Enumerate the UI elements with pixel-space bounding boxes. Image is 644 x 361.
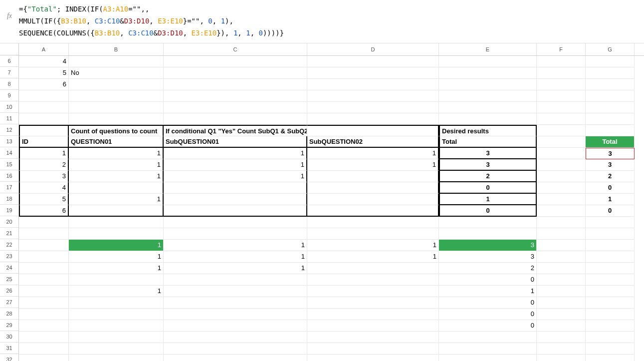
- cell[interactable]: [537, 67, 586, 79]
- cell[interactable]: [307, 263, 439, 274]
- cell[interactable]: [307, 343, 439, 355]
- cell[interactable]: [307, 182, 439, 194]
- cell[interactable]: [19, 286, 69, 297]
- cell[interactable]: [164, 274, 307, 286]
- row-header[interactable]: 15: [0, 159, 18, 170]
- cell[interactable]: 0: [439, 205, 537, 217]
- col-header[interactable]: C: [164, 43, 307, 55]
- cell[interactable]: 4: [19, 56, 69, 67]
- row-header[interactable]: 27: [0, 297, 18, 308]
- cell[interactable]: [586, 251, 635, 263]
- cell[interactable]: [537, 309, 586, 320]
- cell[interactable]: 1: [164, 251, 307, 263]
- cell[interactable]: [586, 286, 635, 297]
- cell[interactable]: [69, 320, 164, 332]
- cell[interactable]: [586, 309, 635, 320]
- cell[interactable]: [586, 228, 635, 240]
- cell[interactable]: [19, 274, 69, 286]
- cell[interactable]: 6: [19, 205, 69, 217]
- cell[interactable]: [537, 136, 586, 148]
- cell[interactable]: [19, 297, 69, 309]
- cell[interactable]: [586, 297, 635, 309]
- spreadsheet-grid[interactable]: 6 7 8 9 10 11 12 13 14 15 16 17 18 19 20…: [0, 43, 644, 361]
- row-header[interactable]: 24: [0, 262, 18, 274]
- cell[interactable]: [69, 274, 164, 286]
- cell[interactable]: [537, 286, 586, 297]
- cell[interactable]: [439, 102, 537, 113]
- cell[interactable]: 3: [439, 251, 537, 263]
- cell[interactable]: [69, 297, 164, 309]
- cell[interactable]: [164, 113, 307, 125]
- cell[interactable]: 1: [439, 194, 537, 205]
- cell[interactable]: [164, 217, 307, 228]
- cell[interactable]: 1: [19, 148, 69, 159]
- cell[interactable]: [69, 343, 164, 355]
- cell[interactable]: 3: [586, 159, 635, 171]
- cell[interactable]: 1: [69, 148, 164, 159]
- cell[interactable]: [69, 113, 164, 125]
- cell[interactable]: [537, 102, 586, 113]
- cell[interactable]: [307, 171, 439, 182]
- cell[interactable]: 0: [586, 182, 635, 194]
- col-header[interactable]: E: [439, 43, 537, 55]
- cell[interactable]: SubQUESTION01: [164, 136, 307, 148]
- cell[interactable]: [307, 309, 439, 320]
- cell[interactable]: 1: [164, 171, 307, 182]
- cell[interactable]: If conditional Q1 "Yes" Count SubQ1 & Su…: [164, 125, 307, 136]
- col-header[interactable]: F: [537, 43, 586, 55]
- cell[interactable]: [439, 228, 537, 240]
- cell[interactable]: [164, 79, 307, 90]
- cell[interactable]: [586, 355, 635, 361]
- cell[interactable]: 1: [307, 240, 439, 251]
- row-header[interactable]: 31: [0, 343, 18, 354]
- cell[interactable]: [19, 343, 69, 355]
- cell[interactable]: [537, 125, 586, 136]
- cell[interactable]: [307, 286, 439, 297]
- cell[interactable]: [164, 332, 307, 343]
- cell[interactable]: [164, 309, 307, 320]
- cell[interactable]: [164, 343, 307, 355]
- row-header[interactable]: 21: [0, 228, 18, 239]
- cell[interactable]: [19, 332, 69, 343]
- row-header[interactable]: 11: [0, 113, 18, 124]
- cell[interactable]: [537, 205, 586, 217]
- row-header[interactable]: 30: [0, 331, 18, 343]
- row-header[interactable]: 19: [0, 205, 18, 216]
- cell[interactable]: 2: [439, 263, 537, 274]
- cell[interactable]: 3: [19, 171, 69, 182]
- cell[interactable]: 1: [69, 159, 164, 171]
- cell[interactable]: SubQUESTION02: [307, 136, 439, 148]
- cell[interactable]: [307, 205, 439, 217]
- cell[interactable]: [307, 320, 439, 332]
- row-header[interactable]: 13: [0, 136, 18, 147]
- cell[interactable]: [69, 56, 164, 67]
- cell[interactable]: [307, 332, 439, 343]
- cell[interactable]: [164, 228, 307, 240]
- row-header[interactable]: 23: [0, 251, 18, 262]
- cell[interactable]: [586, 113, 635, 125]
- cell[interactable]: [307, 355, 439, 361]
- cell[interactable]: [164, 67, 307, 79]
- cell[interactable]: 5: [19, 194, 69, 205]
- cell[interactable]: [19, 113, 69, 125]
- cell[interactable]: [439, 332, 537, 343]
- cell[interactable]: [439, 67, 537, 79]
- cell[interactable]: [307, 217, 439, 228]
- cell[interactable]: 2: [19, 159, 69, 171]
- cell[interactable]: [307, 56, 439, 67]
- cell[interactable]: 1: [164, 263, 307, 274]
- col-header[interactable]: G: [586, 43, 635, 55]
- row-header[interactable]: 17: [0, 182, 18, 193]
- formula-input[interactable]: ={"Total"; INDEX(IF(A3:A10="",, MMULT(IF…: [19, 3, 284, 39]
- cell[interactable]: [439, 113, 537, 125]
- cell[interactable]: [537, 217, 586, 228]
- row-header[interactable]: 28: [0, 308, 18, 320]
- cell[interactable]: [586, 274, 635, 286]
- cell[interactable]: [537, 228, 586, 240]
- cell[interactable]: [164, 320, 307, 332]
- row-header[interactable]: 14: [0, 147, 18, 159]
- cell[interactable]: [537, 332, 586, 343]
- cell[interactable]: [307, 67, 439, 79]
- row-header[interactable]: 10: [0, 101, 18, 113]
- cell[interactable]: Count of questions to count: [69, 125, 164, 136]
